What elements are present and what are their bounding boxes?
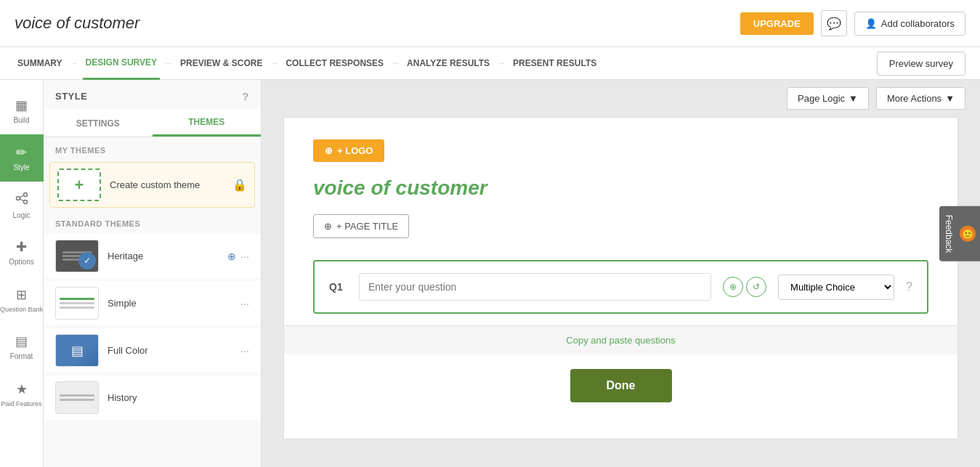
heritage-selected-check: ✓ xyxy=(78,252,96,269)
preview-survey-button[interactable]: Preview survey xyxy=(877,52,965,76)
style-help-icon[interactable]: ? xyxy=(242,90,249,102)
question-type-select[interactable]: Multiple Choice Single Choice Short Answ… xyxy=(778,275,894,300)
question-icon-2[interactable]: ↺ xyxy=(746,277,766,297)
options-icon: ✚ xyxy=(16,239,27,255)
simple-theme-menu[interactable]: ··· xyxy=(240,298,249,309)
accessibility-icon: ⊕ xyxy=(227,251,236,262)
app-title: voice of customer xyxy=(15,14,139,33)
plus-icon: + xyxy=(75,176,84,195)
copy-paste-bar: Copy and paste questions xyxy=(284,325,957,354)
simple-thumb xyxy=(55,287,99,320)
add-collaborators-button[interactable]: 👤 Add collaborators xyxy=(854,12,965,36)
nav-step-analyze[interactable]: ANALYZE RESULTS xyxy=(404,47,493,80)
sidebar-item-build[interactable]: ▦ Build xyxy=(0,87,44,134)
heritage-thumb: ✓ xyxy=(55,240,99,272)
question-row: Q1 ⊕ ↺ Multiple Choice Single Choice Sho… xyxy=(313,260,928,314)
theme-item-simple[interactable]: Simple ··· xyxy=(44,281,261,325)
theme-item-fullcolor[interactable]: ▤ Full Color ··· xyxy=(44,328,261,373)
upgrade-button[interactable]: UPGRADE xyxy=(740,12,814,35)
logic-icon xyxy=(15,192,28,208)
sidebar-item-logic[interactable]: Logic xyxy=(0,182,44,229)
logo-button[interactable]: ⊕ + LOGO xyxy=(313,139,384,162)
sidebar-item-format[interactable]: ▤ Format xyxy=(0,323,44,370)
person-outline-icon: ⊕ xyxy=(729,282,737,292)
svg-point-0 xyxy=(16,196,20,200)
nav-arrow-1: → xyxy=(70,58,78,68)
fullcolor-thumb: ▤ xyxy=(55,334,99,367)
my-themes-label: MY THEMES xyxy=(44,137,261,159)
page-title-plus-icon: ⊕ xyxy=(324,221,332,232)
question-input[interactable] xyxy=(359,273,711,301)
content-toolbar: Page Logic ▼ More Actions ▼ xyxy=(262,80,980,117)
nav-step-collect[interactable]: COLLECT RESPONSES xyxy=(283,47,386,80)
page-title-button[interactable]: ⊕ + PAGE TITLE xyxy=(313,214,409,238)
build-icon: ▦ xyxy=(15,97,28,113)
svg-line-4 xyxy=(20,199,23,201)
tab-settings[interactable]: SETTINGS xyxy=(44,110,153,137)
sidebar-item-options[interactable]: ✚ Options xyxy=(0,229,44,276)
sidebar-item-style[interactable]: ✏ Style xyxy=(0,134,44,182)
refresh-icon: ↺ xyxy=(753,282,760,292)
nav-arrow-4: → xyxy=(391,58,400,68)
app-header: voice of customer UPGRADE 💬 👤 Add collab… xyxy=(0,0,980,47)
lock-icon: 🔒 xyxy=(232,178,247,192)
nav-arrow-3: → xyxy=(270,58,278,68)
theme-item-history[interactable]: History xyxy=(44,375,261,420)
history-thumb xyxy=(55,381,99,414)
nav-step-present[interactable]: PRESENT RESULTS xyxy=(510,47,599,80)
comment-icon: 💬 xyxy=(827,17,841,31)
nav-steps: SUMMARY → DESIGN SURVEY → PREVIEW & SCOR… xyxy=(15,47,599,80)
format-icon: ▤ xyxy=(15,333,28,349)
done-button[interactable]: Done xyxy=(570,369,672,402)
sidebar-item-paid-features[interactable]: ★ Paid Features xyxy=(0,370,44,418)
fullcolor-theme-menu[interactable]: ··· xyxy=(240,345,249,357)
question-number: Q1 xyxy=(329,281,347,293)
tab-themes[interactable]: THEMES xyxy=(153,110,262,137)
question-help-icon[interactable]: ? xyxy=(906,280,912,293)
more-actions-button[interactable]: More Actions ▼ xyxy=(876,87,965,110)
svg-point-1 xyxy=(23,192,27,196)
nav-step-design[interactable]: DESIGN SURVEY xyxy=(83,47,160,80)
survey-canvas: ⊕ + LOGO voice of customer ⊕ + PAGE TITL… xyxy=(283,117,958,439)
main-content: Page Logic ▼ More Actions ▼ ⊕ + LOGO voi… xyxy=(262,80,980,467)
heritage-theme-menu[interactable]: ⊕ ··· xyxy=(227,251,249,262)
question-icon-group: ⊕ ↺ xyxy=(723,277,766,297)
feedback-tab[interactable]: 🙂 Feedback xyxy=(939,206,980,261)
create-thumb: + xyxy=(57,168,101,201)
create-custom-theme-item[interactable]: + Create custom theme 🔒 xyxy=(49,162,255,208)
nav-step-preview[interactable]: PREVIEW & SCORE xyxy=(177,47,265,80)
ellipsis-icon: ··· xyxy=(240,251,249,262)
copy-paste-link[interactable]: Copy and paste questions xyxy=(566,335,675,346)
smiley-icon: 🙂 xyxy=(960,225,976,241)
style-panel-header: STYLE ? xyxy=(44,80,261,110)
fullcolor-ellipsis-icon: ··· xyxy=(240,345,249,357)
paid-features-icon: ★ xyxy=(16,381,28,397)
nav-arrow-2: → xyxy=(164,58,173,68)
person-icon: 👤 xyxy=(865,18,877,29)
style-icon: ✏ xyxy=(16,145,27,161)
tabs-row: SETTINGS THEMES xyxy=(44,110,261,137)
simple-ellipsis-icon: ··· xyxy=(240,298,249,309)
style-panel: STYLE ? SETTINGS THEMES MY THEMES + Crea… xyxy=(44,80,262,467)
logo-plus-icon: ⊕ xyxy=(325,145,333,156)
comment-button[interactable]: 💬 xyxy=(821,10,847,36)
question-icon-1[interactable]: ⊕ xyxy=(723,277,743,297)
page-logic-button[interactable]: Page Logic ▼ xyxy=(787,87,869,110)
main-layout: ▦ Build ✏ Style Logic ✚ Options xyxy=(0,80,980,467)
sidebar-icons: ▦ Build ✏ Style Logic ✚ Options xyxy=(0,80,44,467)
more-actions-chevron-icon: ▼ xyxy=(945,93,955,104)
standard-themes-label: STANDARD THEMES xyxy=(44,211,261,232)
nav-bar: SUMMARY → DESIGN SURVEY → PREVIEW & SCOR… xyxy=(0,47,980,80)
svg-point-2 xyxy=(23,200,27,203)
header-actions: UPGRADE 💬 👤 Add collaborators xyxy=(740,10,965,36)
nav-step-summary[interactable]: SUMMARY xyxy=(15,47,65,80)
survey-title: voice of customer xyxy=(313,176,928,200)
theme-item-heritage[interactable]: ✓ Heritage ⊕ ··· xyxy=(44,234,261,278)
nav-arrow-5: → xyxy=(497,58,506,68)
svg-line-3 xyxy=(20,195,23,198)
question-bank-icon: ⊞ xyxy=(16,287,27,303)
sidebar-item-question-bank[interactable]: ⊞ Question Bank xyxy=(0,276,44,323)
page-logic-chevron-icon: ▼ xyxy=(849,93,858,104)
